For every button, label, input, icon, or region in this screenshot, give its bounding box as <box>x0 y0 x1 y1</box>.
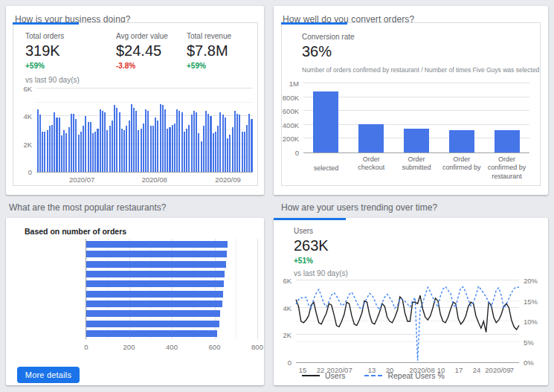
orders-bar <box>78 135 80 172</box>
x-axis-label: 800 <box>251 343 263 351</box>
x-axis-label: 400 <box>166 343 178 351</box>
users-card: Users 263K +51% vs last 90 day(s) 02K4K6… <box>274 218 548 385</box>
orders-bar <box>54 112 55 172</box>
x-axis-label: 200 <box>123 343 135 351</box>
orders-bar <box>114 105 115 172</box>
orders-bar <box>178 111 180 172</box>
orders-bar <box>215 132 216 172</box>
legend-label: Repeat Users % <box>387 371 444 380</box>
y-axis-label: 200K <box>280 135 299 143</box>
orders-bar <box>85 116 86 172</box>
restaurants-subtitle: Based on number of orders <box>6 218 264 236</box>
orders-bar <box>37 109 39 172</box>
category-label: Order checkout <box>349 155 394 181</box>
orders-bar <box>106 130 108 172</box>
right-y-axis-label: 0% <box>524 359 544 367</box>
restaurants-bar-chart[interactable]: 0200400600800 <box>86 239 257 339</box>
bar-slot <box>303 83 349 152</box>
users-panel-title: How are your users trending over time? <box>281 202 437 213</box>
conversion-panel: How well do you convert orders? Conversi… <box>274 6 548 195</box>
orders-bar <box>123 130 125 172</box>
orders-bar <box>157 121 158 172</box>
business-card: Total orders 319K +59% Avg order value $… <box>13 22 258 186</box>
orders-bar <box>92 133 94 172</box>
orders-bar <box>242 132 243 172</box>
series-users <box>296 295 519 332</box>
x-axis-label: 7 <box>510 366 514 374</box>
kpi-avg-order-value: Avg order value $24.45 -3.8% <box>116 32 187 70</box>
orders-bar <box>172 125 173 172</box>
right-y-axis-label: 5% <box>524 338 544 346</box>
legend-item-repeat-users: Repeat Users % <box>364 371 444 380</box>
business-accent-bar <box>13 22 79 25</box>
restaurant-bar <box>86 280 224 287</box>
orders-bar <box>181 112 183 172</box>
orders-bar <box>164 109 166 172</box>
orders-bar <box>94 132 96 172</box>
orders-bar <box>47 130 48 172</box>
orders-bar <box>150 126 152 172</box>
x-axis-label: 2020/09 <box>485 366 510 374</box>
funnel-bar <box>404 129 429 152</box>
orders-bar <box>90 122 91 172</box>
kpi-label: Avg order value <box>116 32 187 40</box>
bar-series <box>303 83 529 152</box>
funnel-bar-chart[interactable]: 0200K400K600K800K1MselectedOrder checkou… <box>303 83 529 153</box>
orders-bar <box>42 132 43 172</box>
orders-bar <box>80 132 82 172</box>
x-axis-label: 0 <box>84 343 88 351</box>
conversion-card: Conversion rate 36% Number of orders con… <box>281 22 541 186</box>
y-axis-label: 400K <box>280 121 299 129</box>
metric-label: Conversion rate <box>302 33 540 41</box>
left-y-axis-label: 6K <box>272 277 292 285</box>
orders-bar-chart[interactable]: 02K4K6K2020/072020/082020/09 <box>36 89 253 173</box>
bar-series <box>36 89 253 172</box>
orders-bar <box>138 130 139 172</box>
orders-bar <box>131 104 132 172</box>
bar-slot <box>394 83 439 152</box>
orders-bar <box>232 127 233 172</box>
chart-legend: Users Repeat Users % <box>302 371 464 380</box>
orders-bar <box>49 126 51 172</box>
orders-bar <box>112 121 113 172</box>
orders-bar <box>88 122 89 172</box>
metric-label: Users <box>294 227 548 235</box>
x-axis-label: 2020/07 <box>69 176 94 184</box>
metric-value: 36% <box>302 43 540 60</box>
conversion-description: Number of orders confirmed by restaurant… <box>282 66 540 74</box>
conversion-accent-bar <box>281 22 347 25</box>
business-kpi-row: Total orders 319K +59% Avg order value $… <box>13 23 257 70</box>
users-accent-bar <box>274 218 346 220</box>
orders-bar <box>75 119 77 172</box>
orders-bar <box>239 115 240 172</box>
restaurants-panel-title: What are the most popular restaurants? <box>9 202 166 213</box>
orders-bar <box>147 111 149 172</box>
restaurant-bar <box>86 301 222 307</box>
orders-bar <box>196 112 197 172</box>
orders-bar <box>121 129 123 172</box>
orders-bar <box>186 129 187 172</box>
category-row: selectedOrder checkoutOrder submittedOrd… <box>303 155 529 181</box>
users-line-chart[interactable]: 02K4K6K0%5%10%15%20%15222020/0713202020/… <box>296 280 519 363</box>
restaurant-bar <box>86 261 226 268</box>
kpi-value: $7.8M <box>187 42 231 60</box>
orders-bar <box>160 104 161 172</box>
orders-bar <box>51 125 53 172</box>
orders-bar <box>213 133 214 172</box>
orders-bar <box>162 105 164 172</box>
category-label: Order confirmed by restaurant <box>484 155 529 181</box>
kpi-value: $24.45 <box>116 42 187 60</box>
dashed-line-icon <box>364 375 382 376</box>
orders-bar <box>169 127 170 172</box>
x-axis-label: 2020/09 <box>215 176 240 184</box>
restaurant-bar <box>86 251 227 257</box>
solid-line-icon <box>302 375 320 376</box>
kpi-delta: +59% <box>25 62 116 70</box>
y-axis-label: 4K <box>13 112 32 121</box>
more-details-button[interactable]: More details <box>17 367 80 383</box>
orders-bar <box>191 115 193 172</box>
compare-note: vs last 90 day(s) <box>13 76 257 84</box>
funnel-bar <box>495 130 520 152</box>
kpi-label: Total revenue <box>187 32 231 40</box>
restaurant-bar <box>86 330 217 337</box>
